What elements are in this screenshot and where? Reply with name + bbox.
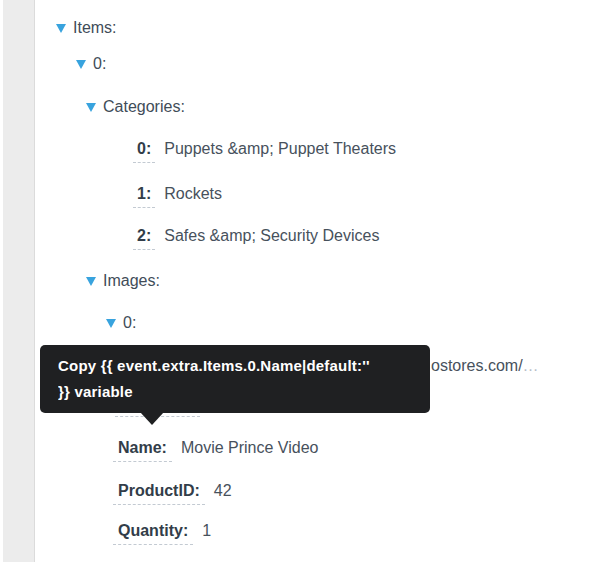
tree-row-items: Items: bbox=[56, 18, 117, 42]
value-text: Safes &amp; Security Devices bbox=[164, 226, 379, 246]
collapse-triangle-icon[interactable] bbox=[76, 60, 86, 69]
tooltip-line-2: }} variable bbox=[58, 379, 418, 405]
branch-label: 0: bbox=[123, 313, 136, 333]
value-text: 42 bbox=[214, 481, 232, 501]
tree-row-category-1: 1: Rockets bbox=[133, 184, 222, 208]
tree-row-item-0: 0: bbox=[76, 54, 106, 78]
tree-row-productid: ProductID: 42 bbox=[113, 481, 232, 505]
event-data-inspector-panel: Items: 0: Categories: 0: Puppets &amp; P… bbox=[0, 0, 600, 576]
tooltip-caret-down-icon bbox=[140, 412, 164, 425]
copyable-key[interactable]: 1: bbox=[133, 184, 155, 208]
collapse-triangle-icon[interactable] bbox=[86, 277, 96, 286]
tree-row-name: Name: Movie Prince Video bbox=[113, 438, 318, 462]
url-value-fragment: ostores.com/ bbox=[431, 356, 523, 376]
tree-row-category-0: 0: Puppets &amp; Puppet Theaters bbox=[133, 139, 396, 163]
tree-row-image-url-fragment: ostores.com/ … bbox=[431, 356, 539, 380]
copyable-key[interactable]: 2: bbox=[133, 226, 155, 250]
tree-row-quantity: Quantity: 1 bbox=[113, 521, 211, 545]
copyable-key[interactable]: Quantity: bbox=[113, 521, 193, 545]
collapse-triangle-icon[interactable] bbox=[56, 24, 66, 33]
value-text: Movie Prince Video bbox=[181, 438, 319, 458]
branch-label: 0: bbox=[93, 54, 106, 74]
value-text: Puppets &amp; Puppet Theaters bbox=[164, 139, 396, 159]
branch-label: Images: bbox=[103, 271, 160, 291]
copy-variable-tooltip: Copy {{ event.extra.Items.0.Name|default… bbox=[40, 345, 430, 413]
tree-row-images: Images: bbox=[86, 271, 160, 295]
tree-row-category-2: 2: Safes &amp; Security Devices bbox=[133, 226, 379, 250]
truncation-ellipsis: … bbox=[523, 356, 539, 376]
value-text: 1 bbox=[202, 521, 211, 541]
tree-row-categories: Categories: bbox=[86, 97, 185, 121]
left-gutter-rail bbox=[3, 0, 35, 562]
copyable-key[interactable]: 0: bbox=[133, 139, 155, 163]
branch-label: Categories: bbox=[103, 97, 185, 117]
collapse-triangle-icon[interactable] bbox=[106, 319, 116, 328]
tree-row-image-0: 0: bbox=[106, 313, 136, 337]
branch-label: Items: bbox=[73, 18, 117, 38]
copyable-key[interactable]: ProductID: bbox=[113, 481, 205, 505]
value-text: Rockets bbox=[164, 184, 222, 204]
copyable-key[interactable]: Name: bbox=[113, 438, 172, 462]
tooltip-line-1: Copy {{ event.extra.Items.0.Name|default… bbox=[58, 353, 418, 379]
collapse-triangle-icon[interactable] bbox=[86, 103, 96, 112]
